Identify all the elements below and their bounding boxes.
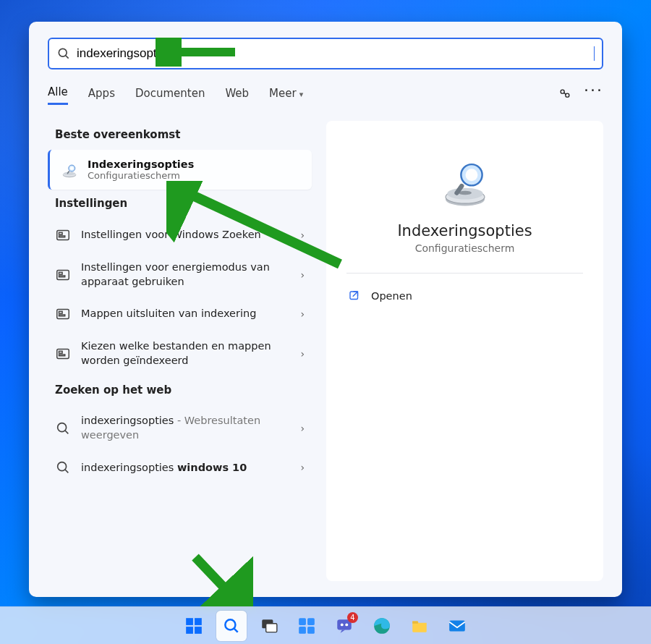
svg-rect-44 — [266, 623, 277, 632]
svg-rect-40 — [195, 627, 202, 634]
svg-line-1 — [66, 56, 69, 59]
divider — [346, 273, 583, 274]
open-action[interactable]: Openen — [346, 287, 583, 305]
search-input[interactable] — [77, 46, 594, 61]
chevron-right-icon: › — [300, 308, 305, 320]
file-explorer-button[interactable] — [404, 611, 435, 641]
settings-icon — [55, 306, 71, 322]
preview-title: Indexeringsopties — [397, 222, 532, 240]
best-match-title: Indexeringsopties — [88, 158, 194, 170]
svg-rect-38 — [195, 618, 202, 625]
tab-web[interactable]: Web — [225, 87, 249, 104]
svg-rect-54 — [449, 620, 465, 631]
settings-item-label: Kiezen welke bestanden en mappen worden … — [81, 339, 300, 368]
web-suggestion[interactable]: indexeringsopties windows 10 › — [48, 451, 312, 484]
start-button[interactable] — [179, 611, 209, 641]
svg-line-25 — [65, 470, 68, 473]
svg-rect-18 — [59, 315, 65, 316]
search-icon — [55, 420, 71, 436]
tab-more[interactable]: Meer▾ — [269, 87, 303, 104]
settings-item[interactable]: Kiezen welke bestanden en mappen worden … — [48, 331, 312, 376]
svg-point-0 — [59, 48, 67, 56]
svg-rect-13 — [57, 270, 69, 279]
settings-icon — [55, 267, 71, 283]
search-icon — [56, 46, 71, 61]
preview-pane: Indexeringsopties Configuratiescherm Ope… — [326, 121, 603, 581]
svg-rect-10 — [57, 231, 69, 240]
chevron-right-icon: › — [300, 348, 305, 360]
svg-point-31 — [465, 169, 477, 181]
svg-rect-17 — [59, 311, 63, 313]
chat-badge: 4 — [347, 612, 358, 623]
mail-button[interactable] — [442, 611, 472, 641]
tab-apps[interactable]: Apps — [88, 87, 115, 104]
start-search-panel: Alle Apps Documenten Web Meer▾ ··· Beste… — [29, 22, 622, 597]
svg-point-51 — [345, 623, 348, 626]
svg-line-42 — [234, 628, 238, 632]
svg-rect-16 — [57, 310, 69, 319]
settings-item-label: Instellingen voor energiemodus van appar… — [81, 260, 300, 289]
task-view-button[interactable] — [254, 611, 284, 641]
svg-rect-15 — [59, 275, 65, 276]
indexing-options-icon — [60, 161, 79, 179]
svg-point-22 — [58, 423, 67, 431]
svg-rect-46 — [307, 618, 315, 625]
chevron-right-icon: › — [300, 462, 305, 473]
search-taskbar-button[interactable] — [216, 611, 247, 641]
svg-rect-47 — [299, 627, 306, 634]
web-suggestion-label: indexeringsopties - Webresultaten weerge… — [81, 414, 300, 442]
chevron-right-icon: › — [300, 229, 305, 241]
settings-icon — [55, 227, 71, 243]
svg-point-8 — [70, 166, 74, 170]
indexing-options-icon — [439, 157, 491, 209]
svg-rect-11 — [59, 232, 63, 234]
more-options-icon[interactable]: ··· — [584, 87, 603, 104]
tab-documents[interactable]: Documenten — [135, 87, 205, 104]
results-column: Beste overeenkomst Indexeringsopties Con… — [48, 121, 312, 581]
svg-rect-53 — [412, 621, 418, 623]
svg-rect-20 — [59, 351, 63, 353]
settings-item[interactable]: Mappen uitsluiten van indexering › — [48, 297, 312, 331]
search-box[interactable] — [48, 38, 603, 69]
best-match-header: Beste overeenkomst — [55, 128, 312, 141]
web-suggestion[interactable]: indexeringsopties - Webresultaten weerge… — [48, 405, 312, 451]
svg-rect-21 — [59, 355, 65, 356]
chevron-right-icon: › — [300, 269, 305, 281]
chat-button[interactable]: 4 — [329, 611, 359, 641]
preview-subtitle: Configuratiescherm — [415, 242, 515, 254]
search-web-header: Zoeken op het web — [55, 384, 312, 397]
filter-tabs: Alle Apps Documenten Web Meer▾ ··· — [48, 85, 603, 105]
settings-item[interactable]: Instellingen voor Windows Zoeken › — [48, 219, 312, 252]
svg-point-41 — [225, 619, 235, 630]
best-match-subtitle: Configuratiescherm — [88, 170, 194, 181]
svg-line-23 — [65, 431, 68, 433]
svg-rect-14 — [59, 272, 63, 274]
svg-rect-12 — [59, 236, 65, 237]
settings-item-label: Instellingen voor Windows Zoeken — [81, 228, 300, 242]
widgets-button[interactable] — [292, 611, 322, 641]
search-app-icon[interactable] — [558, 87, 572, 104]
chevron-down-icon: ▾ — [299, 90, 304, 99]
svg-rect-48 — [307, 627, 315, 634]
settings-header: Instellingen — [55, 197, 312, 210]
svg-point-6 — [64, 171, 75, 175]
svg-point-50 — [341, 623, 344, 626]
taskbar: 4 — [0, 606, 651, 644]
tab-all[interactable]: Alle — [48, 85, 68, 105]
web-suggestion-label: indexeringsopties windows 10 — [81, 461, 300, 475]
svg-rect-45 — [299, 618, 306, 625]
svg-rect-19 — [57, 349, 69, 358]
edge-button[interactable] — [367, 611, 397, 641]
chevron-right-icon: › — [300, 423, 305, 434]
settings-item-label: Mappen uitsluiten van indexering — [81, 307, 300, 321]
svg-rect-39 — [186, 627, 193, 634]
svg-rect-37 — [186, 618, 193, 625]
svg-point-24 — [58, 462, 67, 471]
open-label: Openen — [371, 290, 412, 302]
search-icon — [55, 459, 71, 475]
text-cursor — [594, 46, 595, 61]
best-match-result[interactable]: Indexeringsopties Configuratiescherm — [48, 150, 312, 190]
settings-icon — [55, 346, 71, 362]
settings-item[interactable]: Instellingen voor energiemodus van appar… — [48, 252, 312, 297]
